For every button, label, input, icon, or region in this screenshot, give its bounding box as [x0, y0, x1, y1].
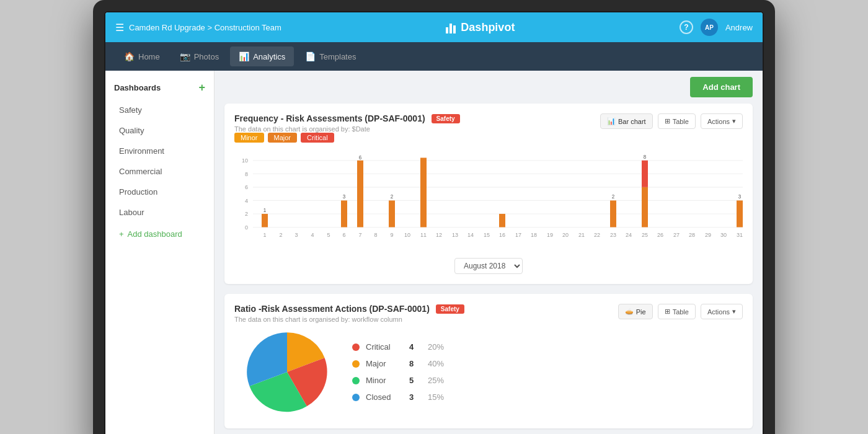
- svg-text:8: 8: [374, 231, 377, 237]
- svg-text:6: 6: [359, 154, 362, 160]
- svg-rect-16: [357, 161, 363, 228]
- closed-label: Closed: [366, 392, 403, 402]
- svg-text:2: 2: [391, 193, 394, 200]
- table-view-btn-2[interactable]: ⊞ Table: [658, 304, 696, 319]
- critical-pct: 20%: [428, 342, 444, 352]
- nav-label-home: Home: [138, 52, 160, 61]
- sidebar-add-button[interactable]: +: [198, 82, 205, 93]
- svg-text:4: 4: [245, 197, 248, 203]
- chart-2-actions-btn[interactable]: Actions ▾: [701, 304, 743, 319]
- chart-1-date-selector: August 2018: [234, 258, 743, 274]
- svg-text:4: 4: [311, 231, 314, 237]
- nav-item-templates[interactable]: 📄 Templates: [296, 46, 365, 66]
- nav-label-photos: Photos: [194, 52, 219, 61]
- pie-view-btn[interactable]: 🥧 Pie: [618, 304, 653, 319]
- app-logo: Dashpivot: [446, 21, 515, 34]
- pie-legend-minor: Minor 5 25%: [352, 376, 444, 385]
- svg-text:12: 12: [436, 231, 442, 237]
- add-chart-button[interactable]: Add chart: [690, 77, 753, 97]
- date-select[interactable]: August 2018: [454, 258, 523, 274]
- chart-1-legend: Minor Major Critical: [234, 133, 600, 143]
- svg-text:8: 8: [644, 154, 647, 160]
- svg-rect-27: [737, 200, 743, 227]
- sidebar-header: Dashboards +: [105, 78, 214, 99]
- closed-count: 3: [409, 392, 422, 402]
- svg-text:13: 13: [452, 231, 458, 237]
- top-bar-left: ☰ Camden Rd Upgrade > Construction Team: [115, 22, 281, 33]
- svg-text:24: 24: [626, 231, 632, 237]
- svg-text:2: 2: [279, 231, 282, 237]
- sidebar-item-production[interactable]: Production: [110, 182, 209, 202]
- svg-text:20: 20: [562, 231, 569, 237]
- svg-text:29: 29: [705, 231, 711, 237]
- sidebar-item-environment[interactable]: Environment: [110, 141, 209, 161]
- help-icon[interactable]: ?: [680, 20, 693, 34]
- minor-pct: 25%: [428, 376, 444, 385]
- hamburger-icon[interactable]: ☰: [115, 22, 124, 33]
- actions-label-2: Actions: [707, 308, 730, 316]
- table-view-btn-1[interactable]: ⊞ Table: [658, 113, 696, 129]
- nav-item-analytics[interactable]: 📊 Analytics: [230, 46, 294, 66]
- breadcrumb: Camden Rd Upgrade > Construction Team: [129, 23, 281, 32]
- minor-count: 5: [409, 376, 422, 385]
- chart-1-actions-btn[interactable]: Actions ▾: [701, 113, 743, 129]
- chart-2-title-row: Ratio -Risk Assessment Actions (DP-SAF-0…: [234, 304, 618, 314]
- chart-2-subtitle: The data on this chart is organised by: …: [234, 316, 618, 323]
- svg-text:17: 17: [515, 231, 521, 237]
- bar-chart-btn-icon: 📊: [607, 117, 616, 125]
- svg-text:5: 5: [327, 231, 330, 237]
- svg-text:2: 2: [612, 193, 615, 200]
- add-dashboard-label: Add dashboard: [128, 229, 182, 239]
- sidebar-item-quality[interactable]: Quality: [110, 121, 209, 140]
- top-bar-right: ? AP Andrew: [680, 19, 753, 36]
- sidebar-item-safety[interactable]: Safety: [110, 100, 209, 120]
- pie-legend: Critical 4 20% Major 8 40%: [352, 342, 444, 402]
- nav-item-home[interactable]: 🏠 Home: [115, 46, 169, 66]
- templates-icon: 📄: [305, 51, 316, 61]
- svg-text:11: 11: [420, 231, 427, 237]
- svg-rect-22: [610, 200, 616, 227]
- svg-rect-20: [420, 157, 427, 227]
- chart-2-title: Ratio -Risk Assessment Actions (DP-SAF-0…: [234, 304, 430, 314]
- minor-dot: [352, 377, 360, 384]
- chart-1-controls: 📊 Bar chart ⊞ Table Actions ▾: [600, 113, 743, 129]
- svg-text:16: 16: [499, 231, 505, 237]
- svg-text:19: 19: [547, 231, 553, 237]
- sidebar-item-labour[interactable]: Labour: [110, 203, 209, 222]
- pie-legend-major: Major 8 40%: [352, 359, 444, 368]
- svg-text:7: 7: [358, 231, 361, 237]
- svg-text:27: 27: [673, 231, 680, 237]
- avatar: AP: [701, 19, 718, 36]
- bar-chart-view-btn[interactable]: 📊 Bar chart: [600, 113, 653, 129]
- svg-text:6: 6: [342, 231, 345, 237]
- top-bar: ☰ Camden Rd Upgrade > Construction Team …: [105, 12, 763, 42]
- sidebar: Dashboards + Safety Quality Environment …: [105, 71, 215, 434]
- major-count: 8: [409, 359, 422, 368]
- svg-rect-25: [642, 161, 648, 187]
- content-area: Add chart Frequency - Risk Assessments (…: [215, 71, 763, 434]
- svg-text:6: 6: [245, 184, 248, 190]
- chart-2-title-section: Ratio -Risk Assessment Actions (DP-SAF-0…: [234, 304, 618, 323]
- actions-label-1: Actions: [707, 118, 730, 125]
- svg-text:22: 22: [594, 231, 600, 237]
- app-name: Dashpivot: [461, 21, 515, 34]
- nav-bar: 🏠 Home 📷 Photos 📊 Analytics 📄 Templates: [105, 42, 763, 71]
- actions-chevron-2: ▾: [732, 308, 736, 316]
- svg-text:21: 21: [578, 231, 585, 237]
- pie-legend-closed: Closed 3 15%: [352, 392, 444, 402]
- chart-1-card: Frequency - Risk Assessments (DP-SAF-000…: [224, 104, 753, 284]
- svg-rect-12: [262, 214, 268, 228]
- add-dashboard-button[interactable]: + Add dashboard: [110, 224, 209, 244]
- add-dashboard-icon: +: [119, 229, 124, 239]
- critical-label: Critical: [366, 342, 403, 352]
- chart-1-title-section: Frequency - Risk Assessments (DP-SAF-000…: [234, 113, 600, 149]
- bar-chart-btn-label: Bar chart: [618, 118, 646, 125]
- chart-2-badge: Safety: [436, 304, 464, 314]
- nav-item-photos[interactable]: 📷 Photos: [171, 46, 228, 66]
- chart-2-card: Ratio -Risk Assessment Actions (DP-SAF-0…: [224, 294, 753, 428]
- svg-text:31: 31: [737, 231, 743, 237]
- pie-chart-container: Critical 4 20% Major 8 40%: [234, 326, 743, 418]
- sidebar-item-commercial[interactable]: Commercial: [110, 162, 209, 181]
- chart-2-controls: 🥧 Pie ⊞ Table Actions ▾: [618, 304, 743, 319]
- svg-text:2: 2: [245, 211, 248, 217]
